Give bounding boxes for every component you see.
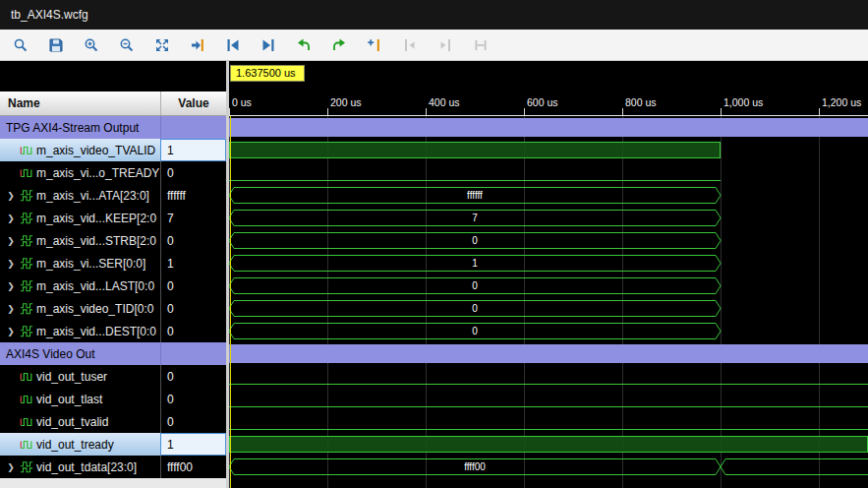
- signal-name: vid_out_tdata[23:0]: [36, 460, 137, 474]
- wave-toolbar: [0, 30, 868, 61]
- expand-chevron-icon[interactable]: ❯: [6, 304, 16, 314]
- time-tick: [721, 108, 722, 115]
- signal-row[interactable]: ❯vid_out_tready1: [0, 433, 226, 456]
- signal-name: m_axis_vid...LAST[0:0: [36, 279, 154, 293]
- signal-value: 1: [160, 139, 226, 161]
- signal-value: [160, 116, 226, 139]
- signal-row[interactable]: ❯m_axis_video_TID[0:00: [0, 297, 226, 320]
- signal-name-cell: ❯m_axis_vi...ATA[23:0]: [0, 184, 160, 207]
- signal-name: m_axis_vi...o_TREADY: [36, 166, 159, 180]
- value-column-header[interactable]: Value: [160, 92, 226, 115]
- signal-name: m_axis_vi...ATA[23:0]: [36, 189, 149, 203]
- signal-name-cell: ❯m_axis_video_TID[0:0: [0, 297, 160, 320]
- zoom-out-button[interactable]: [114, 33, 140, 57]
- save-wave-config-button[interactable]: [43, 33, 69, 57]
- time-tick: [524, 108, 525, 115]
- signal-row[interactable]: ❯vid_out_tvalid0: [0, 410, 226, 433]
- next-transition-button[interactable]: [256, 33, 281, 57]
- signal-list: TPG AXI4-Stream Output❯m_axis_video_TVAL…: [0, 116, 226, 478]
- signal-row[interactable]: ❯m_axis_vi...ATA[23:0]ffffff: [0, 184, 226, 207]
- go-to-start-button[interactable]: [291, 33, 317, 57]
- save-icon: [48, 37, 64, 53]
- prev-marker-icon: [402, 37, 418, 53]
- previous-transition-button[interactable]: [220, 33, 246, 57]
- signal-row[interactable]: ❯m_axis_vid...STRB[2:00: [0, 229, 226, 252]
- expand-chevron-icon[interactable]: ❯: [6, 214, 16, 223]
- signal-row[interactable]: ❯m_axis_video_TVALID1: [0, 139, 226, 161]
- signal-row[interactable]: ❯m_axis_vid...LAST[0:00: [0, 274, 226, 297]
- signal-name: m_axis_vid...STRB[2:0: [36, 234, 156, 248]
- signal-name: vid_out_tlast: [36, 393, 102, 406]
- wave-lanes[interactable]: ffffff701000ffff00: [229, 116, 868, 488]
- expand-chevron-icon[interactable]: ❯: [6, 281, 16, 291]
- signal-row[interactable]: ❯m_axis_vid...DEST[0:00: [0, 320, 226, 342]
- signal-row[interactable]: ❯vid_out_tdata[23:0]ffff00: [0, 456, 226, 478]
- wave-lane: 7: [229, 207, 868, 229]
- waveform-area[interactable]: 1.637500 us 0 us200 us400 us600 us800 us…: [229, 61, 868, 488]
- zoom-fit-button[interactable]: [149, 33, 175, 57]
- swap-cursors-button: [468, 33, 493, 57]
- wave-lane: 0: [229, 297, 868, 320]
- bit-signal-icon: [19, 437, 33, 452]
- signal-row[interactable]: ❯vid_out_tlast0: [0, 388, 226, 410]
- previous-marker-button: [397, 33, 423, 57]
- expand-chevron-icon[interactable]: ❯: [6, 191, 16, 201]
- next-marker-icon: [437, 37, 453, 53]
- signal-row[interactable]: ❯m_axis_vi...o_TREADY0: [0, 161, 226, 184]
- cursor-time-label: 1.637500 us: [230, 65, 305, 82]
- go-to-end-button[interactable]: [326, 33, 352, 57]
- zoom-in-button[interactable]: [79, 33, 104, 57]
- zoom-fit-icon: [154, 37, 170, 53]
- svg-text:0: 0: [472, 326, 478, 336]
- zoom-to-cursor-button[interactable]: [185, 33, 210, 57]
- expand-chevron-icon[interactable]: ❯: [6, 462, 16, 472]
- green-arrow-left-icon: [296, 37, 312, 53]
- svg-text:0: 0: [472, 235, 478, 246]
- time-tick-label: 1,200 us: [822, 96, 861, 108]
- wave-lane: [229, 342, 868, 365]
- signal-name-cell: AXI4S Video Out: [0, 342, 160, 365]
- signal-group-row[interactable]: AXI4S Video Out: [0, 342, 226, 365]
- add-marker-icon: [367, 37, 382, 53]
- signal-name-cell: ❯m_axis_vid...STRB[2:0: [0, 229, 160, 252]
- wave-lane: ffff00: [229, 456, 868, 478]
- signal-name: vid_out_tready: [36, 438, 114, 452]
- signal-name: vid_out_tuser: [36, 370, 107, 384]
- signal-value: 1: [160, 252, 226, 274]
- svg-text:1: 1: [472, 258, 478, 269]
- zoom-in-icon: [84, 37, 99, 53]
- signal-name-cell: ❯vid_out_tuser: [0, 365, 160, 388]
- wave-lane: 0: [229, 229, 868, 252]
- find-button[interactable]: [8, 33, 33, 57]
- bus-signal-icon: [19, 301, 33, 316]
- bit-signal-icon: [19, 392, 33, 406]
- add-marker-button[interactable]: [362, 33, 387, 57]
- signal-name-cell: ❯m_axis_vid...KEEP[2:0: [0, 207, 160, 229]
- signal-value: [160, 342, 226, 365]
- signal-row[interactable]: ❯vid_out_tuser0: [0, 365, 226, 388]
- signal-group-row[interactable]: TPG AXI4-Stream Output: [0, 116, 226, 139]
- search-icon: [13, 37, 29, 53]
- signal-value: 1: [160, 433, 226, 456]
- name-column-header[interactable]: Name: [0, 92, 160, 115]
- signal-name-cell: ❯vid_out_tlast: [0, 388, 160, 410]
- signal-row[interactable]: ❯m_axis_vid...KEEP[2:07: [0, 207, 226, 229]
- zoom-out-icon: [119, 37, 135, 53]
- wave-lane: [229, 161, 868, 184]
- signal-value: 0: [160, 388, 226, 410]
- signal-value: 7: [160, 207, 226, 229]
- expand-chevron-icon[interactable]: ❯: [6, 236, 16, 246]
- bus-signal-icon: [19, 324, 33, 338]
- wave-lane: ffffff: [229, 184, 868, 207]
- wave-lane: [229, 116, 868, 139]
- wave-lane: 0: [229, 320, 868, 342]
- signal-name: AXI4S Video Out: [6, 347, 95, 361]
- signal-name-cell: TPG AXI4-Stream Output: [0, 116, 160, 139]
- signal-value: 0: [160, 365, 226, 388]
- green-arrow-right-icon: [331, 37, 347, 53]
- expand-chevron-icon[interactable]: ❯: [6, 327, 16, 336]
- time-ruler[interactable]: 0 us200 us400 us600 us800 us1,000 us1,20…: [229, 92, 868, 116]
- signal-row[interactable]: ❯m_axis_vi...SER[0:0]1: [0, 252, 226, 274]
- signal-name-cell: ❯m_axis_video_TVALID: [0, 139, 160, 161]
- expand-chevron-icon[interactable]: ❯: [6, 259, 16, 269]
